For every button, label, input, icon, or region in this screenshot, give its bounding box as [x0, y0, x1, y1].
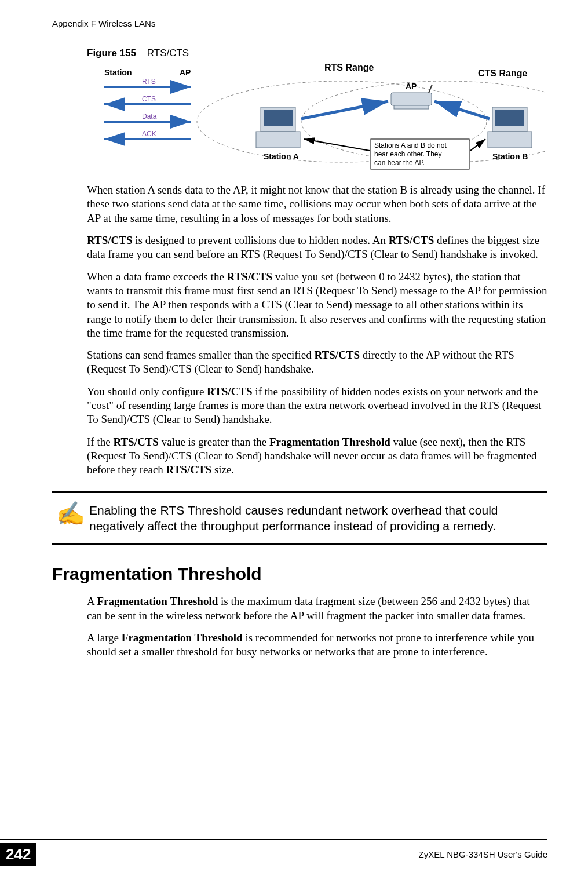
- section-heading-fragmentation: Fragmentation Threshold: [52, 564, 547, 584]
- paragraph-3: When a data frame exceeds the RTS/CTS va…: [87, 270, 547, 341]
- note-text: Enabling the RTS Threshold causes redund…: [89, 502, 547, 534]
- footer: 242 ZyXEL NBG-334SH User's Guide: [0, 839, 588, 866]
- svg-rect-0: [394, 105, 429, 109]
- seq-data: Data: [142, 112, 157, 121]
- figure-caption: Figure 155 RTS/CTS: [87, 48, 547, 59]
- ap-label: AP: [406, 82, 417, 91]
- frag-paragraph-1: A Fragmentation Threshold is the maximum…: [87, 594, 547, 623]
- term-rts-cts-6: RTS/CTS: [113, 436, 159, 448]
- term-rts-cts-2: RTS/CTS: [389, 234, 434, 246]
- paragraph-2: RTS/CTS is designed to prevent collision…: [87, 233, 547, 262]
- term-rts-cts-7: RTS/CTS: [166, 464, 212, 476]
- note-to-b-arrow: [470, 139, 485, 151]
- term-frag-threshold-3: Fragmentation Threshold: [122, 632, 243, 644]
- paragraph-5: You should only configure RTS/CTS if the…: [87, 385, 547, 427]
- station-b-icon: [488, 107, 532, 148]
- paragraph-1: When station A sends data to the AP, it …: [87, 183, 547, 225]
- term-frag-threshold-2: Fragmentation Threshold: [97, 595, 218, 607]
- term-frag-threshold: Fragmentation Threshold: [269, 436, 390, 448]
- cts-range-label: CTS Range: [478, 68, 527, 78]
- note-line1: Stations A and B do not: [374, 141, 447, 149]
- figure-rts-cts: Station AP RTS CTS Data ACK RTS Ran: [87, 64, 547, 174]
- rts-range-label: RTS Range: [324, 64, 374, 72]
- term-rts-cts: RTS/CTS: [87, 234, 133, 246]
- seq-ack: ACK: [142, 130, 156, 138]
- note-callout: ✍ Enabling the RTS Threshold causes redu…: [52, 491, 547, 545]
- svg-rect-7: [488, 132, 532, 148]
- note-to-a-arrow: [304, 139, 370, 151]
- term-rts-cts-5: RTS/CTS: [207, 385, 253, 397]
- sta-a-to-ap-arrow: [301, 101, 388, 119]
- seq-rts: RTS: [142, 78, 156, 86]
- seq-cts: CTS: [142, 95, 156, 103]
- header-left: Appendix F Wireless LANs: [52, 19, 155, 28]
- figure-title: RTS/CTS: [147, 48, 189, 59]
- svg-rect-4: [256, 132, 300, 148]
- station-a-label: Station A: [264, 152, 299, 161]
- note-line3: can hear the AP.: [374, 159, 425, 167]
- sta-b-to-ap-arrow: [434, 101, 490, 119]
- seq-ap-label: AP: [180, 68, 191, 77]
- paragraph-6: If the RTS/CTS value is greater than the…: [87, 435, 547, 477]
- note-hand-icon: ✍: [52, 502, 89, 526]
- footer-guide-name: ZyXEL NBG-334SH User's Guide: [419, 849, 547, 859]
- figure-number: Figure 155: [87, 48, 136, 59]
- page-number: 242: [0, 843, 36, 866]
- station-a-icon: [256, 107, 300, 148]
- station-b-label: Station B: [492, 152, 528, 161]
- paragraph-4: Stations can send frames smaller than th…: [87, 348, 547, 377]
- running-header: Appendix F Wireless LANs: [52, 19, 547, 28]
- term-rts-cts-4: RTS/CTS: [315, 349, 360, 361]
- svg-rect-6: [495, 110, 524, 126]
- svg-line-1: [429, 85, 432, 93]
- svg-rect-3: [264, 110, 293, 126]
- header-rule: [52, 31, 547, 31]
- frag-paragraph-2: A large Fragmentation Threshold is recom…: [87, 631, 547, 659]
- note-line2: hear each other. They: [374, 150, 442, 158]
- term-rts-cts-3: RTS/CTS: [227, 271, 273, 283]
- footer-rule: [0, 839, 547, 840]
- seq-station-label: Station: [104, 68, 132, 77]
- ap-device-icon: [391, 93, 432, 105]
